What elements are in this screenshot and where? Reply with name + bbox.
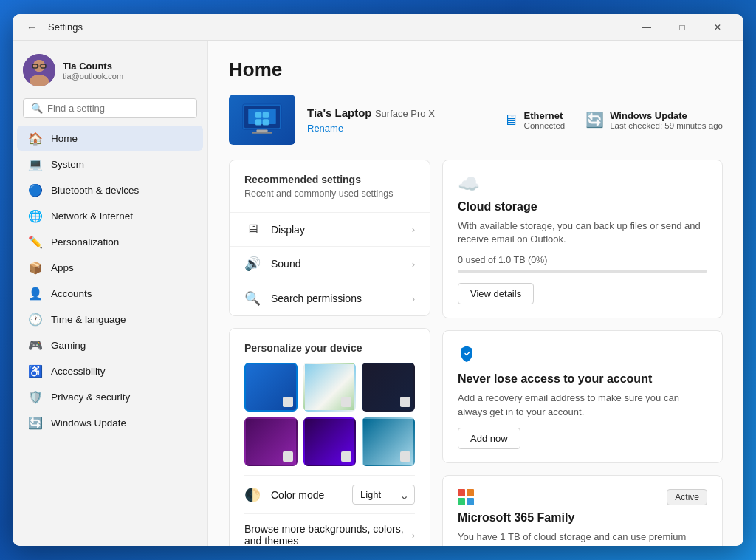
sidebar-item-personalization[interactable]: ✏️ Personalization: [17, 229, 203, 254]
recommended-card: Recommended settings Recent and commonly…: [229, 160, 430, 316]
svg-rect-10: [248, 109, 276, 124]
maximize-button[interactable]: □: [665, 16, 699, 39]
device-model: Surface Pro X: [375, 108, 435, 119]
color-mode-row: 🌓 Color mode Light Dark Custom: [244, 475, 415, 513]
windows-update-status[interactable]: 🔄 Windows Update Last checked: 59 minute…: [585, 110, 723, 130]
view-details-button[interactable]: View details: [458, 283, 534, 304]
theme-item-6[interactable]: [362, 417, 415, 466]
theme-item-1[interactable]: [244, 363, 298, 412]
sidebar: Tia Counts tia@outlook.com 🔍 🏠 Home 💻 Sy…: [13, 41, 208, 546]
theme-item-5[interactable]: [303, 417, 357, 466]
rename-link[interactable]: Rename: [307, 123, 492, 134]
back-button[interactable]: ←: [21, 17, 42, 38]
active-badge: Active: [667, 489, 707, 505]
titlebar: ← Settings — □ ✕: [13, 14, 743, 41]
search-permissions-arrow: ›: [412, 293, 415, 304]
settings-window: ← Settings — □ ✕: [13, 14, 743, 546]
nav-label-gaming: Gaming: [51, 340, 86, 351]
sidebar-item-privacy[interactable]: 🛡️ Privacy & security: [17, 384, 203, 409]
search-box[interactable]: 🔍: [23, 98, 197, 118]
nav-icon-privacy: 🛡️: [29, 390, 42, 403]
user-info[interactable]: Tia Counts tia@outlook.com: [13, 47, 207, 98]
nav-label-network: Network & internet: [51, 211, 133, 222]
sidebar-item-bluetooth[interactable]: 🔵 Bluetooth & devices: [17, 177, 203, 202]
ms365-header: Active: [458, 489, 707, 505]
window-controls: — □ ✕: [630, 16, 735, 39]
display-label: Display: [271, 224, 412, 236]
cloud-storage-card: ☁️ Cloud storage With available storage,…: [442, 160, 723, 318]
device-name: Tia's Laptop: [307, 106, 371, 119]
svg-rect-13: [255, 119, 261, 125]
user-name: Tia Counts: [63, 61, 123, 72]
nav-icon-gaming: 🎮: [29, 338, 42, 352]
sound-item[interactable]: 🔊 Sound ›: [230, 246, 430, 281]
browse-arrow: ›: [412, 530, 415, 541]
display-arrow: ›: [412, 224, 415, 235]
nav-label-accounts: Accounts: [51, 288, 92, 299]
nav-icon-time: 🕐: [29, 313, 42, 326]
display-icon: 🖥: [244, 222, 261, 237]
ethernet-label: Ethernet: [524, 110, 566, 121]
ms365-card: Active Microsoft 365 Family You have 1 T…: [442, 475, 723, 546]
search-permissions-label: Search permissions: [271, 293, 412, 304]
sidebar-item-accessibility[interactable]: ♿ Accessibility: [17, 358, 203, 383]
search-input[interactable]: [47, 103, 189, 114]
close-button[interactable]: ✕: [701, 16, 735, 39]
search-permissions-icon: 🔍: [244, 290, 261, 307]
sound-icon: 🔊: [244, 256, 261, 272]
ethernet-value: Connected: [524, 121, 566, 130]
personalize-card: Personalize your device 🌓 Color mode: [229, 328, 430, 546]
search-permissions-item[interactable]: 🔍 Search permissions ›: [230, 281, 430, 315]
nav-label-home: Home: [51, 133, 78, 144]
sound-arrow: ›: [412, 259, 415, 270]
nav-label-system: System: [51, 159, 84, 170]
sidebar-item-gaming[interactable]: 🎮 Gaming: [17, 332, 203, 358]
sidebar-item-network[interactable]: 🌐 Network & internet: [17, 203, 203, 228]
browse-themes-row[interactable]: Browse more backgrounds, colors, and the…: [244, 513, 415, 546]
storage-text: 0 used of 1.0 TB (0%): [458, 255, 707, 265]
nav-icon-accounts: 👤: [29, 287, 42, 300]
add-now-button[interactable]: Add now: [458, 428, 520, 449]
svg-rect-14: [263, 119, 269, 125]
main-grid: Recommended settings Recent and commonly…: [229, 160, 723, 546]
sidebar-item-system[interactable]: 💻 System: [17, 151, 203, 177]
sidebar-item-update[interactable]: 🔄 Windows Update: [17, 410, 203, 435]
color-mode-select[interactable]: Light Dark Custom: [352, 485, 415, 505]
minimize-button[interactable]: —: [630, 16, 664, 39]
nav-label-update: Windows Update: [51, 417, 126, 428]
nav-label-time: Time & language: [51, 314, 126, 325]
display-item[interactable]: 🖥 Display ›: [230, 212, 430, 246]
windows-update-value: Last checked: 59 minutes ago: [610, 121, 723, 130]
sidebar-item-time[interactable]: 🕐 Time & language: [17, 307, 203, 332]
sidebar-item-apps[interactable]: 📦 Apps: [17, 255, 203, 280]
color-mode-wrapper: Light Dark Custom: [352, 485, 415, 505]
nav-label-privacy: Privacy & security: [51, 392, 130, 403]
user-text: Tia Counts tia@outlook.com: [63, 61, 123, 81]
ms365-logo: [458, 489, 474, 505]
color-mode-icon: 🌓: [244, 487, 261, 503]
svg-rect-12: [263, 112, 269, 118]
svg-rect-15: [257, 130, 268, 132]
nav-list: 🏠 Home 💻 System 🔵 Bluetooth & devices 🌐 …: [13, 126, 207, 435]
nav-icon-personalization: ✏️: [29, 235, 42, 248]
main-content: Tia Counts tia@outlook.com 🔍 🏠 Home 💻 Sy…: [13, 41, 743, 546]
theme-item-4[interactable]: [244, 417, 298, 466]
nav-label-personalization: Personalization: [51, 236, 119, 247]
user-email: tia@outlook.com: [63, 72, 123, 81]
color-mode-label: Color mode: [271, 489, 352, 501]
ms365-desc: You have 1 TB of cloud storage and can u…: [458, 530, 707, 546]
account-title: Never lose access to your account: [458, 372, 707, 386]
ms365-title: Microsoft 365 Family: [458, 511, 707, 525]
ethernet-icon: 🖥: [504, 112, 518, 129]
personalize-title: Personalize your device: [244, 342, 415, 354]
nav-label-bluetooth: Bluetooth & devices: [51, 185, 139, 196]
main-area: Home: [208, 41, 743, 546]
shield-icon: [458, 344, 707, 366]
windows-update-icon: 🔄: [585, 111, 604, 129]
sidebar-item-accounts[interactable]: 👤 Accounts: [17, 281, 203, 306]
ethernet-status[interactable]: 🖥 Ethernet Connected: [504, 110, 566, 130]
theme-item-2[interactable]: [303, 363, 357, 412]
theme-item-3[interactable]: [362, 363, 415, 412]
storage-bar: [458, 270, 707, 273]
sidebar-item-home[interactable]: 🏠 Home: [17, 126, 203, 151]
